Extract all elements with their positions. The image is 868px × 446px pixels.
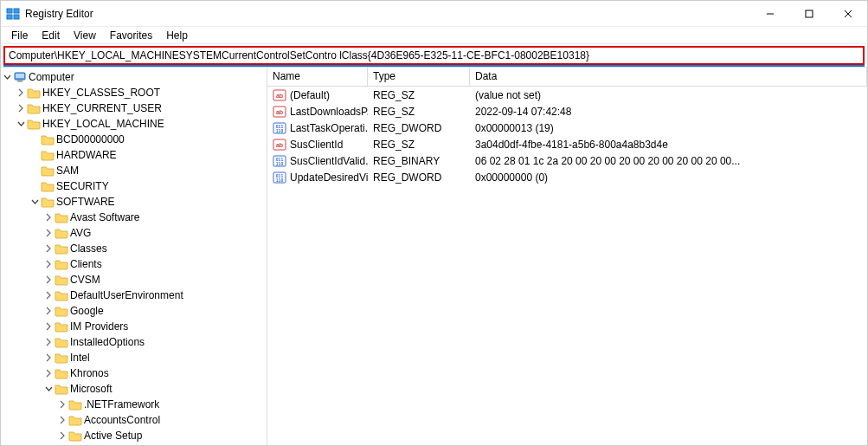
folder-icon — [27, 117, 41, 131]
folder-icon — [41, 195, 55, 209]
col-header-name[interactable]: Name — [267, 68, 368, 86]
chevron-right-icon[interactable] — [42, 289, 55, 301]
tree-node[interactable]: HKEY_CLASSES_ROOT — [1, 85, 267, 100]
chevron-right-icon[interactable] — [42, 274, 55, 286]
folder-icon — [55, 242, 68, 255]
chevron-right-icon[interactable] — [56, 398, 68, 410]
tree-node[interactable]: Clients — [1, 256, 267, 272]
tree-node-label: IM Providers — [68, 320, 128, 333]
titlebar: Registry Editor — [1, 1, 867, 27]
tree-node[interactable]: AccountsControl — [1, 412, 267, 428]
tree-node[interactable]: Classes — [1, 241, 267, 256]
value-type: REG_SZ — [368, 106, 470, 118]
col-header-type[interactable]: Type — [368, 68, 470, 86]
tree-node[interactable]: Computer — [1, 69, 267, 85]
tree-node[interactable]: InstalledOptions — [1, 334, 267, 350]
tree-node[interactable]: IM Providers — [1, 319, 267, 334]
value-data: (value not set) — [470, 89, 867, 101]
folder-icon — [55, 273, 68, 287]
value-row[interactable]: (Default)REG_SZ(value not set) — [267, 87, 867, 103]
col-header-data[interactable]: Data — [470, 68, 867, 86]
chevron-down-icon[interactable] — [15, 118, 27, 130]
tree-node-label: SAM — [55, 165, 79, 177]
value-type: REG_DWORD — [368, 122, 470, 134]
menu-file[interactable]: File — [4, 28, 35, 43]
tree-pane[interactable]: ComputerHKEY_CLASSES_ROOTHKEY_CURRENT_US… — [1, 68, 267, 445]
menu-view[interactable]: View — [67, 28, 103, 43]
tree-node-label: Computer — [27, 71, 74, 83]
address-bar[interactable] — [3, 46, 865, 65]
list-header: Name Type Data — [267, 68, 867, 87]
tree-node[interactable]: HKEY_LOCAL_MACHINE — [1, 116, 267, 132]
chevron-right-icon[interactable] — [42, 227, 55, 239]
chevron-right-icon[interactable] — [15, 102, 27, 114]
value-row[interactable]: SusClientIdREG_SZ3a04d0df-4fbe-4181-a5b6… — [267, 136, 867, 152]
chevron-right-icon[interactable] — [42, 367, 55, 379]
chevron-down-icon[interactable] — [29, 196, 41, 208]
list-rows: (Default)REG_SZ(value not set)LastDownlo… — [267, 87, 867, 445]
chevron-right-icon[interactable] — [42, 258, 55, 270]
value-row[interactable]: SusClientIdValid...REG_BINARY06 02 28 01… — [267, 152, 867, 169]
maximize-icon — [805, 10, 813, 18]
close-button[interactable] — [828, 1, 867, 27]
chevron-right-icon[interactable] — [56, 430, 68, 442]
chevron-right-icon[interactable] — [42, 336, 55, 348]
tree-node[interactable]: SECURITY — [1, 178, 267, 194]
chevron-down-icon[interactable] — [1, 71, 13, 83]
tree-node[interactable]: AVG — [1, 225, 267, 241]
chevron-down-icon[interactable] — [42, 383, 55, 395]
maximize-button[interactable] — [789, 1, 828, 27]
chevron-right-icon[interactable] — [56, 414, 68, 426]
menu-edit[interactable]: Edit — [35, 28, 67, 43]
address-input[interactable] — [5, 48, 863, 63]
tree-node[interactable]: Google — [1, 303, 267, 319]
tree-node[interactable]: Khronos — [1, 365, 267, 381]
value-type: REG_BINARY — [368, 155, 470, 167]
tree-node[interactable]: Active Setup — [1, 428, 267, 443]
tree-node[interactable]: HARDWARE — [1, 147, 267, 163]
value-name: (Default) — [290, 89, 330, 101]
tree-node[interactable]: DefaultUserEnvironment — [1, 288, 267, 303]
tree-node[interactable]: Avast Software — [1, 210, 267, 225]
chevron-right-icon[interactable] — [42, 305, 55, 317]
menu-help[interactable]: Help — [159, 28, 195, 43]
chevron-right-icon[interactable] — [42, 352, 55, 364]
tree-node[interactable]: Microsoft — [1, 381, 267, 397]
tree-node[interactable]: BCD00000000 — [1, 132, 267, 147]
tree-node[interactable]: HKEY_CURRENT_USER — [1, 100, 267, 116]
tree-node[interactable]: SAM — [1, 163, 267, 178]
tree-node-label: AccountsControl — [82, 414, 160, 426]
value-type: REG_SZ — [368, 89, 470, 101]
value-row[interactable]: UpdateDesiredVi...REG_DWORD0x00000000 (0… — [267, 169, 867, 185]
folder-icon — [55, 257, 68, 271]
main-split: ComputerHKEY_CLASSES_ROOTHKEY_CURRENT_US… — [1, 67, 867, 445]
tree-node-label: AVG — [68, 227, 91, 239]
value-row[interactable]: LastDownloadsP...REG_SZ2022-09-14 07:42:… — [267, 103, 867, 120]
chevron-right-icon[interactable] — [42, 320, 55, 333]
folder-icon — [68, 398, 82, 411]
minimize-button[interactable] — [750, 1, 789, 27]
reg-string-icon — [273, 138, 286, 152]
tree-node-label: Google — [68, 305, 104, 317]
expander-blank — [29, 180, 41, 192]
chevron-right-icon[interactable] — [15, 87, 27, 99]
tree-node-label: Avast Software — [68, 211, 139, 223]
chevron-right-icon[interactable] — [42, 211, 55, 223]
tree-node[interactable]: CVSM — [1, 272, 267, 288]
value-data: 3a04d0df-4fbe-4181-a5b6-800a4a8b3d4e — [470, 139, 867, 151]
reg-binary-icon — [273, 121, 286, 135]
value-name: SusClientIdValid... — [290, 155, 368, 167]
value-type: REG_SZ — [368, 139, 470, 151]
tree-node[interactable]: SOFTWARE — [1, 194, 267, 210]
chevron-right-icon[interactable] — [42, 242, 55, 255]
folder-icon — [55, 304, 68, 318]
tree-node[interactable]: .NETFramework — [1, 397, 267, 412]
value-row[interactable]: LastTaskOperati...REG_DWORD0x00000013 (1… — [267, 120, 867, 136]
menu-favorites[interactable]: Favorites — [103, 28, 159, 43]
tree-node[interactable]: Intel — [1, 350, 267, 365]
tree-node-label: Khronos — [68, 367, 109, 379]
folder-icon — [68, 429, 82, 443]
close-icon — [844, 10, 852, 18]
minimize-icon — [766, 10, 775, 18]
folder-icon — [55, 351, 68, 365]
